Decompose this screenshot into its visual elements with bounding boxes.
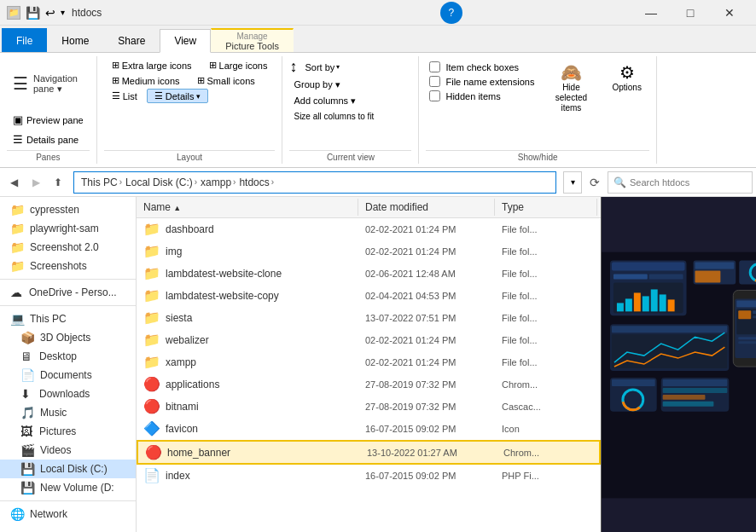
table-row[interactable]: 🔴bitnami 27-08-2019 07:32 PM Cascac...	[137, 396, 601, 418]
table-row[interactable]: 🔴home_banner 13-10-2022 01:27 AM Chrom..…	[137, 440, 601, 465]
extra-large-btn[interactable]: ⊞ Extra large icons	[104, 58, 200, 72]
details-btn[interactable]: ☰ Details ▾	[147, 89, 209, 103]
table-row[interactable]: 📁dashboard 02-02-2021 01:24 PM File fol.…	[137, 218, 601, 240]
sidebar-item-new-volume[interactable]: 💾 New Volume (D:	[0, 478, 136, 497]
forward-button[interactable]: ▶	[26, 172, 46, 193]
music-icon: 🎵	[20, 406, 35, 419]
tab-share[interactable]: Share	[103, 28, 160, 52]
table-row[interactable]: 📁xampp 02-02-2021 01:24 PM File fol...	[137, 351, 601, 373]
table-row[interactable]: 🔷favicon 16-07-2015 09:02 PM Icon	[137, 418, 601, 440]
sidebar-divider-2	[0, 305, 136, 306]
sort-icon: ↕	[289, 58, 297, 76]
breadcrumb-xampp[interactable]: xampp ›	[201, 176, 236, 188]
maximize-button[interactable]: □	[671, 0, 710, 26]
sidebar-item-3d-objects[interactable]: 📦 3D Objects	[0, 328, 136, 347]
sidebar-item-screenshot2[interactable]: 📁 Screenshot 2.0	[0, 238, 136, 257]
up-button[interactable]: ⬆	[48, 172, 68, 193]
item-check-boxes-checkbox[interactable]	[429, 61, 440, 72]
close-button[interactable]: ✕	[710, 0, 749, 26]
sidebar-item-pictures[interactable]: 🖼 Pictures	[0, 422, 136, 441]
sidebar-label-local-disk-c: Local Disk (C:)	[40, 463, 108, 475]
search-icon: 🔍	[614, 176, 626, 188]
group-by-button[interactable]: Group by ▾	[289, 78, 344, 92]
folder-icon-xampp: 📁	[143, 354, 160, 370]
file-name-ext-label: File name extensions	[445, 77, 534, 87]
small-btn[interactable]: ⊞ Small icons	[189, 73, 263, 88]
table-row[interactable]: 📁lambdatest-website-copy 02-04-2021 04:5…	[137, 285, 601, 307]
hide-selected-button[interactable]: 🙈 Hide selecteditems	[541, 58, 601, 118]
large-btn[interactable]: ⊞ Large icons	[201, 58, 276, 72]
tab-manage[interactable]: Manage Picture Tools	[211, 28, 294, 52]
table-row[interactable]: 📁webalizer 02-02-2021 01:24 PM File fol.…	[137, 329, 601, 351]
table-row[interactable]: 📁siesta 13-07-2022 07:51 PM File fol...	[137, 307, 601, 329]
tab-view[interactable]: View	[160, 29, 211, 53]
sidebar-item-screenshots[interactable]: 📁 Screenshots	[0, 257, 136, 275]
quick-access-save[interactable]: 💾	[26, 6, 40, 20]
options-icon: ⚙	[619, 62, 635, 83]
type-column-header[interactable]: Type	[495, 199, 597, 216]
svg-rect-12	[668, 299, 675, 311]
sidebar-item-documents[interactable]: 📄 Documents	[0, 366, 136, 385]
search-input[interactable]	[630, 177, 747, 188]
address-bar[interactable]: This PC › Local Disk (C:) › xampp › htdo…	[73, 171, 556, 194]
ribbon-group-panes: ☰ Navigation pane ▾ ▣ Preview pane ☰ Det…	[0, 56, 97, 164]
table-row[interactable]: 📁img 02-02-2021 01:24 PM File fol...	[137, 240, 601, 263]
sort-by-button[interactable]: Sort by ▾	[300, 61, 344, 74]
sidebar: 📁 cypressten 📁 playwright-sam 📁 Screensh…	[0, 197, 137, 532]
breadcrumb-local-disk[interactable]: Local Disk (C:) ›	[125, 176, 197, 188]
table-row[interactable]: 📄index 16-07-2015 09:02 PM PHP Fi...	[137, 465, 601, 487]
breadcrumb-this-pc[interactable]: This PC ›	[81, 176, 122, 188]
sidebar-item-this-pc[interactable]: 💻 This PC	[0, 309, 136, 328]
sidebar-item-videos[interactable]: 🎬 Videos	[0, 441, 136, 460]
file-type-index: PHP Fi...	[495, 468, 597, 483]
sidebar-item-downloads[interactable]: ⬇ Downloads	[0, 385, 136, 403]
tab-file[interactable]: File	[2, 28, 47, 52]
options-button[interactable]: ⚙ Options	[604, 58, 648, 96]
list-btn[interactable]: ☰ List	[104, 89, 145, 103]
sidebar-item-network[interactable]: 🌐 Network	[0, 505, 136, 523]
large-label: Large icons	[219, 61, 268, 71]
details-arrow: ▾	[196, 92, 201, 101]
tab-home[interactable]: Home	[47, 28, 103, 52]
folder-icon-siesta: 📁	[143, 309, 160, 326]
table-row[interactable]: 📁lambdatest-website-clone 02-06-2021 12:…	[137, 263, 601, 285]
sidebar-item-local-disk-c[interactable]: 💾 Local Disk (C:)	[0, 460, 136, 478]
svg-rect-21	[736, 300, 756, 307]
sidebar-item-desktop[interactable]: 🖥 Desktop	[0, 347, 136, 366]
sidebar-item-music[interactable]: 🎵 Music	[0, 403, 136, 422]
add-columns-button[interactable]: Add columns ▾	[289, 94, 360, 108]
table-row[interactable]: 🔴applications 27-08-2019 07:32 PM Chrom.…	[137, 373, 601, 396]
medium-btn[interactable]: ⊞ Medium icons	[104, 73, 188, 88]
sidebar-item-cypressten[interactable]: 📁 cypressten	[0, 200, 136, 219]
name-column-header[interactable]: Name ▲	[137, 199, 358, 216]
svg-rect-14	[695, 263, 735, 269]
help-button[interactable]: ?	[440, 2, 462, 24]
back-button[interactable]: ◀	[3, 172, 24, 193]
details-pane-button[interactable]: ☰ Details pane	[7, 130, 90, 148]
file-date-dashboard: 02-02-2021 01:24 PM	[358, 222, 495, 237]
preview-pane-button[interactable]: ▣ Preview pane	[7, 111, 90, 129]
sidebar-item-playwright[interactable]: 📁 playwright-sam	[0, 219, 136, 238]
refresh-button[interactable]: ⟳	[584, 171, 606, 194]
quick-access-dropdown[interactable]: ▾	[61, 8, 65, 17]
file-name-ext-checkbox[interactable]	[429, 76, 440, 87]
quick-access-undo[interactable]: ↩	[45, 6, 55, 20]
hidden-items-checkbox[interactable]	[429, 90, 440, 101]
sidebar-item-onedrive[interactable]: ☁ OneDrive - Perso...	[0, 283, 136, 302]
breadcrumb-htdocs[interactable]: htdocs ›	[239, 176, 274, 188]
address-dropdown[interactable]: ▾	[563, 171, 582, 194]
nav-pane-button[interactable]: ☰ Navigation pane ▾	[7, 58, 90, 109]
size-columns-button[interactable]: Size all columns to fit	[289, 110, 378, 123]
sidebar-divider-3	[0, 500, 136, 501]
file-date-favicon: 16-07-2015 09:02 PM	[358, 421, 495, 437]
size-columns-label: Size all columns to fit	[294, 112, 374, 121]
group-by-label: Group by ▾	[294, 79, 340, 90]
minimize-button[interactable]: —	[631, 0, 671, 26]
large-icon: ⊞	[209, 60, 217, 71]
add-columns-label: Add columns ▾	[294, 95, 356, 107]
sidebar-label-screenshot2: Screenshot 2.0	[30, 241, 99, 253]
svg-rect-6	[617, 303, 624, 311]
svg-rect-38	[663, 395, 706, 400]
sidebar-label-music: Music	[40, 407, 67, 419]
modified-column-header[interactable]: Date modified	[358, 199, 495, 216]
